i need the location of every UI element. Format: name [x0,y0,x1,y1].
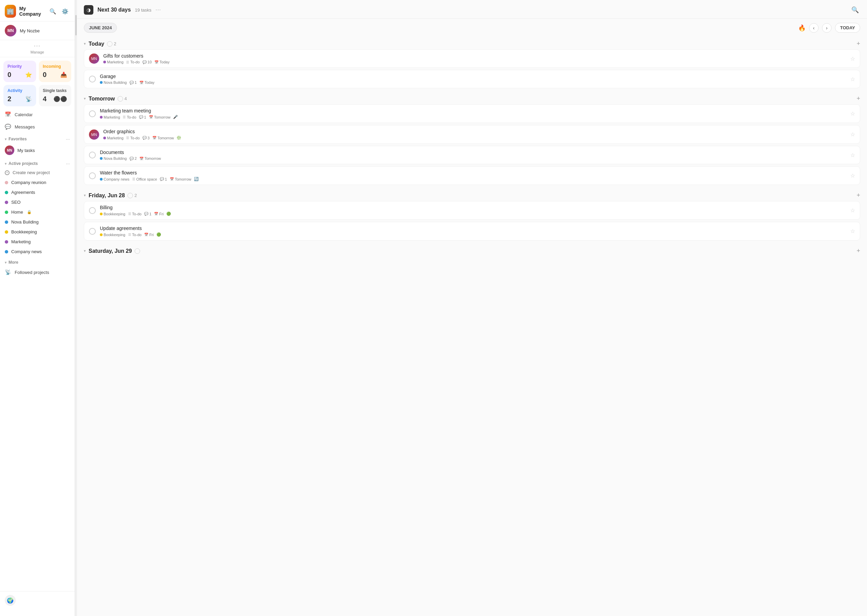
task-checkbox-t6[interactable] [89,173,96,179]
group-add-button-tomorrow[interactable]: + [856,95,860,102]
task-checkbox-t5[interactable] [89,152,96,159]
next-arrow-button[interactable]: › [822,23,832,33]
sidebar-item-project-marketing[interactable]: Marketing [0,237,75,247]
task-star-t5[interactable]: ☆ [850,152,855,159]
project-dot-t7 [100,212,102,215]
task-meta-t4: Marketing ☰ To-do 💬 3 📅 Tomorrow [103,135,846,140]
project-name-label: Company reunion [11,180,46,185]
task-star-t4[interactable]: ☆ [850,131,855,138]
priority-count: 0 [8,71,11,79]
sidebar-header: 🏢 My Company 🔍 ⚙️ [0,0,75,22]
manage-button[interactable]: ··· Manage [0,40,75,57]
list-icon: ☰ [123,115,126,119]
dots-icon: ··· [34,43,41,49]
task-content-t2: Garage Nova Building 💬 1 📅 To [100,74,846,85]
task-item-t1[interactable]: MN Gifts for customers Marketing ☰ To-do [84,49,860,68]
list-icon: ☰ [128,233,131,236]
task-star-t2[interactable]: ☆ [850,76,855,82]
fire-button[interactable]: 🔥 [798,24,806,32]
single-icon: ⚫⚫ [53,96,67,102]
group-chevron-saturday[interactable]: ▾ [84,249,86,253]
task-star-t8[interactable]: ☆ [850,228,855,234]
group-header-saturday: ▾ Saturday, Jun 29 + [84,243,860,256]
activity-count: 2 [8,95,11,103]
followed-icon: 📡 [5,269,11,275]
task-checkbox-t2[interactable] [89,75,96,82]
comment-icon: 💬 [139,115,143,119]
sidebar: 🏢 My Company 🔍 ⚙️ MN My Nozbe ··· Manage… [0,0,75,616]
group-chevron-friday[interactable]: ▾ [84,193,86,198]
incoming-label: Incoming [43,64,68,69]
prev-arrow-button[interactable]: ‹ [809,23,818,33]
project-dot-t8 [100,233,102,236]
project-name-label: SEO [11,200,20,205]
group-add-button-today[interactable]: + [856,40,860,47]
task-star-t6[interactable]: ☆ [850,173,855,179]
user-row[interactable]: MN My Nozbe [0,22,75,40]
cal-icon-t3: 📅 [149,115,153,119]
settings-button[interactable]: ⚙️ [60,7,70,16]
project-color-dot [5,211,8,214]
more-chevron[interactable]: ▾ [5,261,6,264]
project-name-label: Nova Building [11,219,38,225]
task-item-t8[interactable]: Update agreements Bookkeeping ☰ To-do 📅 [84,222,860,240]
task-comments-t6: 💬 1 [160,177,167,181]
sidebar-item-project-nova-building[interactable]: Nova Building [0,217,75,227]
sidebar-item-project-seo[interactable]: SEO [0,197,75,207]
task-list-t1: ☰ To-do [126,60,140,64]
sidebar-item-project-home[interactable]: Home 🔒 [0,207,75,217]
search-button[interactable]: 🔍 [48,7,58,16]
task-item-t6[interactable]: Water the flowers Company news ☰ Office … [84,166,860,185]
activity-label: Activity [8,88,32,93]
sidebar-item-my-tasks[interactable]: MN My tasks [0,143,75,157]
task-item-t7[interactable]: Billing Bookkeeping ☰ To-do 💬 1 [84,201,860,220]
activity-card[interactable]: Activity 2 📡 [3,85,36,106]
task-project-t3: Marketing [100,115,120,119]
group-title-saturday: Saturday, Jun 29 [89,248,132,254]
task-star-t3[interactable]: ☆ [850,110,855,117]
date-pill[interactable]: JUNE 2024 [84,23,117,33]
sidebar-item-calendar[interactable]: 📅 Calendar [0,108,75,121]
favorites-chevron[interactable]: ▾ [5,137,6,141]
task-comments-t7: 💬 1 [144,212,151,216]
incoming-card[interactable]: Incoming 0 📥 [39,61,72,82]
projects-chevron[interactable]: ▾ [5,162,6,166]
task-star-t1[interactable]: ☆ [850,55,855,62]
task-star-t7[interactable]: ☆ [850,207,855,214]
task-item-t5[interactable]: Documents Nova Building 💬 2 📅 [84,146,860,164]
task-content-t1: Gifts for customers Marketing ☰ To-do 💬 … [103,53,846,64]
globe-button[interactable]: 🌍 [5,595,16,606]
my-tasks-avatar: MN [5,146,14,155]
project-list: Company reunion Agreements SEO Home 🔒 No… [0,178,75,256]
task-checkbox-t8[interactable] [89,228,96,235]
sidebar-item-messages[interactable]: 💬 Messages [0,121,75,133]
create-project-button[interactable]: + Create new project [0,168,75,178]
sidebar-item-project-company-reunion[interactable]: Company reunion [0,178,75,187]
single-tasks-card[interactable]: Single tasks 4 ⚫⚫ [39,85,72,106]
sidebar-item-project-agreements[interactable]: Agreements [0,187,75,197]
group-count-tomorrow: 4 [118,96,127,102]
projects-more-button[interactable]: ··· [66,161,70,166]
today-button[interactable]: TODAY [835,23,860,33]
topbar-search-button[interactable]: 🔍 [850,5,860,15]
group-chevron-tomorrow[interactable]: ▾ [84,96,86,101]
topbar-more-button[interactable]: ··· [156,7,161,13]
sidebar-item-project-bookkeeping[interactable]: Bookkeeping [0,227,75,237]
cal-icon-t2: 📅 [139,81,143,85]
group-add-button-saturday[interactable]: + [856,247,860,255]
task-meta-t1: Marketing ☰ To-do 💬 10 📅 Today [103,60,846,64]
group-title-friday: Friday, Jun 28 [89,193,125,199]
task-checkbox-t3[interactable] [89,110,96,117]
task-checkbox-t7[interactable] [89,207,96,214]
priority-card[interactable]: Priority 0 ⭐ [3,61,36,82]
task-item-t2[interactable]: Garage Nova Building 💬 1 📅 To [84,70,860,88]
group-chevron-today[interactable]: ▾ [84,42,86,46]
project-color-dot [5,240,8,244]
task-item-t3[interactable]: Marketing team meeting Marketing ☰ To-do… [84,104,860,123]
sidebar-item-project-company-news[interactable]: Company news [0,247,75,256]
sidebar-item-followed-projects[interactable]: 📡 Followed projects [0,266,75,278]
favorites-more-button[interactable]: ··· [66,136,70,142]
task-item-t4[interactable]: MN Order graphics Marketing ☰ To-do 💬 [84,125,860,144]
comment-icon: 💬 [144,212,148,216]
group-add-button-friday[interactable]: + [856,192,860,199]
